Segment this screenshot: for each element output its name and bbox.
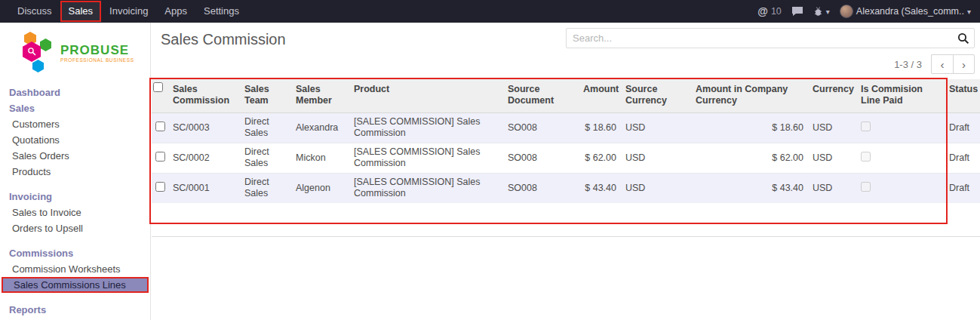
- table-row[interactable]: SC/0001 Direct Sales Algenon [SALES COMM…: [152, 173, 980, 203]
- mention-count: 10: [771, 6, 782, 17]
- col-header-status[interactable]: Status: [945, 79, 980, 112]
- sidebar-item-customers[interactable]: Customers: [0, 116, 150, 132]
- cell-status: Draft: [945, 143, 980, 173]
- sidebar: PROBUSE PROFESSIONAL BUSINESS Dashboard …: [0, 23, 151, 320]
- sidebar-item-products[interactable]: Products: [0, 164, 150, 180]
- probuse-logo-mark: [23, 32, 54, 74]
- col-header-sales-member[interactable]: Sales Member: [291, 79, 349, 112]
- search-box: [566, 28, 975, 48]
- search-button[interactable]: [953, 29, 974, 48]
- cell-amount-company-currency: $ 18.60: [691, 112, 808, 143]
- cell-product: [SALES COMMISSION] Sales Commission: [349, 143, 503, 173]
- col-header-source-document[interactable]: Source Document: [503, 79, 579, 112]
- sidebar-item-sales-to-invoice[interactable]: Sales to Invoice: [0, 205, 150, 220]
- cell-source-currency: USD: [621, 143, 691, 173]
- cell-currency: USD: [808, 173, 856, 203]
- sidebar-item-quotations[interactable]: Quotations: [0, 132, 150, 148]
- avatar: [840, 5, 853, 18]
- caret-down-icon: ▾: [967, 8, 971, 16]
- cell-source-currency: USD: [621, 112, 691, 143]
- pager: 1-3 / 3 ‹ ›: [894, 54, 975, 74]
- row-select-checkbox[interactable]: [155, 182, 165, 192]
- row-select-checkbox[interactable]: [155, 122, 165, 131]
- cell-amount: $ 43.40: [579, 173, 621, 203]
- col-header-product[interactable]: Product: [349, 79, 503, 112]
- cell-sales-member: Alexandra: [291, 112, 349, 143]
- cell-sales-commission: SC/0003: [168, 112, 240, 143]
- list-bottom-border: [152, 236, 980, 237]
- cell-select: [152, 112, 168, 143]
- cell-source-document: SO008: [503, 143, 579, 173]
- menu-invoicing[interactable]: Invoicing: [101, 0, 156, 23]
- probuse-logo: PROBUSE PROFESSIONAL BUSINESS: [0, 23, 150, 85]
- app-menu: Discuss Sales Invoicing Apps Settings: [0, 0, 247, 23]
- chat-bubble-icon: [791, 6, 803, 17]
- col-header-select-all: [152, 79, 168, 112]
- col-header-is-paid[interactable]: Is Commision Line Paid: [856, 79, 945, 112]
- cell-sales-team: Direct Sales: [240, 173, 291, 203]
- search-icon: [957, 32, 969, 45]
- menu-settings[interactable]: Settings: [195, 0, 247, 23]
- menu-apps[interactable]: Apps: [156, 0, 195, 23]
- menu-sales[interactable]: Sales: [60, 1, 102, 22]
- pager-previous-button[interactable]: ‹: [931, 54, 953, 74]
- select-all-checkbox[interactable]: [153, 82, 163, 92]
- col-header-currency[interactable]: Currency: [808, 79, 856, 112]
- systray: @ 10 ▾ Alexandra (Sales_comm.. ▾: [757, 5, 980, 18]
- table-header-row: Sales Commission Sales Team Sales Member…: [152, 79, 980, 112]
- user-menu[interactable]: Alexandra (Sales_comm.. ▾: [840, 5, 971, 18]
- control-panel: Sales Commission 1-3 / 3 ‹ ›: [152, 23, 980, 79]
- cell-currency: USD: [808, 143, 856, 173]
- cell-amount: $ 18.60: [579, 112, 621, 143]
- sidebar-item-dashboard[interactable]: Dashboard: [0, 85, 150, 100]
- magnifier-icon: [27, 47, 37, 57]
- row-select-checkbox[interactable]: [155, 152, 165, 162]
- cell-amount-company-currency: $ 62.00: [691, 143, 808, 173]
- cell-sales-team: Direct Sales: [240, 112, 291, 143]
- col-header-sales-team[interactable]: Sales Team: [240, 79, 291, 112]
- col-header-source-currency[interactable]: Source Currency: [621, 79, 691, 112]
- mention-counter[interactable]: @ 10: [757, 5, 782, 17]
- col-header-amount[interactable]: Amount: [579, 79, 621, 112]
- sidebar-section-reports[interactable]: Reports: [0, 302, 150, 318]
- sidebar-section-commissions[interactable]: Commissions: [0, 245, 150, 261]
- messages-button[interactable]: [791, 6, 803, 17]
- cell-source-currency: USD: [621, 173, 691, 203]
- table-row[interactable]: SC/0002 Direct Sales Mickon [SALES COMMI…: [152, 143, 980, 173]
- table-row[interactable]: SC/0003 Direct Sales Alexandra [SALES CO…: [152, 112, 980, 143]
- cell-select: [152, 143, 168, 173]
- cell-sales-member: Algenon: [291, 173, 349, 203]
- mention-icon: @: [757, 5, 768, 17]
- sidebar-section-invoicing[interactable]: Invoicing: [0, 189, 150, 205]
- cell-sales-member: Mickon: [291, 143, 349, 173]
- pager-value: 1-3 / 3: [894, 59, 922, 70]
- menu-discuss[interactable]: Discuss: [9, 0, 60, 23]
- cell-source-document: SO008: [503, 112, 579, 143]
- page-title: Sales Commission: [161, 31, 286, 48]
- cell-product: [SALES COMMISSION] Sales Commission: [349, 112, 503, 143]
- logo-text: PROBUSE PROFESSIONAL BUSINESS: [60, 44, 134, 63]
- debug-menu[interactable]: ▾: [813, 7, 830, 17]
- logo-hex-blue: [32, 60, 44, 72]
- cell-sales-team: Direct Sales: [240, 143, 291, 173]
- pager-next-button[interactable]: ›: [953, 54, 975, 74]
- main-content: Sales Commission 1-3 / 3 ‹ ›: [152, 23, 980, 320]
- sidebar-section-sales[interactable]: Sales: [0, 100, 150, 116]
- cell-amount: $ 62.00: [579, 143, 621, 173]
- is-paid-checkbox: [861, 182, 871, 192]
- logo-subtitle: PROFESSIONAL BUSINESS: [60, 57, 134, 63]
- topbar: Discuss Sales Invoicing Apps Settings @ …: [0, 0, 980, 23]
- pager-buttons: ‹ ›: [931, 54, 975, 74]
- col-header-sales-commission[interactable]: Sales Commission: [168, 79, 240, 112]
- cell-select: [152, 173, 168, 203]
- sidebar-item-sales-commissions-lines[interactable]: Sales Commissions Lines: [2, 277, 149, 293]
- cell-status: Draft: [945, 173, 980, 203]
- col-header-amount-company-currency[interactable]: Amount in Company Currency: [691, 79, 808, 112]
- sidebar-item-sales-orders[interactable]: Sales Orders: [0, 148, 150, 164]
- search-input[interactable]: [567, 32, 953, 44]
- sidebar-item-orders-to-upsell[interactable]: Orders to Upsell: [0, 220, 150, 236]
- sidebar-item-commission-worksheets[interactable]: Commission Worksheets: [0, 261, 150, 277]
- commission-list-table: Sales Commission Sales Team Sales Member…: [152, 79, 980, 203]
- bug-icon: [813, 7, 823, 17]
- logo-title: PROBUSE: [60, 44, 134, 57]
